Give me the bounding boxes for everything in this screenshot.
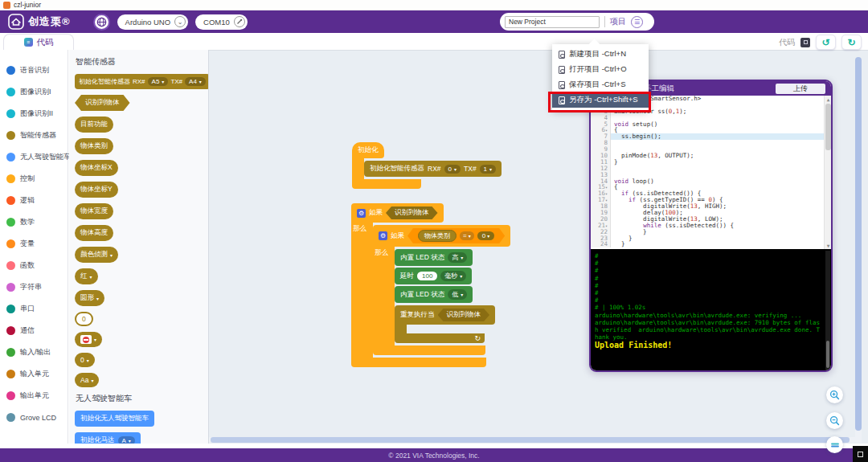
sidebar-item[interactable]: 变量 — [0, 233, 68, 255]
menu-item[interactable]: 新建项目 -Ctrl+N — [552, 47, 649, 62]
code-line[interactable]: 10 pinMode(13, OUTPUT); — [591, 153, 831, 159]
sidebar-item[interactable]: 输出单元 — [0, 385, 68, 407]
block-red-dropdown[interactable]: 红▾ — [75, 268, 98, 284]
project-menu-label: 项目 — [610, 16, 626, 27]
sidebar-item[interactable]: 图像识别I — [0, 81, 68, 103]
sidebar-item[interactable]: 串口 — [0, 298, 68, 320]
tab-code[interactable]: ≡ 代码 — [3, 34, 74, 50]
chevron-down-icon[interactable]: ⌄ — [174, 16, 186, 27]
board-select[interactable]: Arduino UNO ⌄ — [117, 14, 189, 30]
zoom-in-icon — [829, 390, 840, 400]
operator-dropdown[interactable]: = — [460, 231, 474, 240]
sidebar-item[interactable]: 逻辑 — [0, 190, 68, 211]
zoom-in-button[interactable] — [826, 386, 843, 403]
led-state-dropdown[interactable]: 低 — [448, 289, 467, 300]
code-line[interactable]: 12 — [591, 166, 831, 172]
code-line[interactable]: 11} — [591, 159, 831, 166]
block-image-dropdown[interactable]: ▾ — [75, 332, 102, 347]
block-init-motor[interactable]: 初始化马达A 速度0 方向0 — [75, 432, 141, 444]
language-globe-button[interactable] — [93, 14, 110, 31]
console-line: # — [595, 282, 823, 289]
category-label: 图像识别I — [20, 87, 51, 97]
gear-icon[interactable]: ⚙ — [357, 209, 366, 218]
block-object-y[interactable]: 物体坐标Y — [75, 182, 118, 198]
code-line[interactable]: 5void setup() — [591, 121, 831, 128]
motor-dropdown[interactable]: A — [118, 436, 135, 444]
code-line[interactable]: 14void loop() — [591, 178, 831, 185]
sidebar-item[interactable]: 控制 — [0, 168, 68, 190]
inner-if-block[interactable]: ⚙ 如果 物体类别 = 0 那么 内 — [373, 225, 510, 355]
code-panel-toggle[interactable] — [800, 38, 810, 47]
code-line[interactable]: 23 } — [591, 235, 831, 242]
sidebar-item[interactable]: 语音识别 — [0, 59, 68, 81]
object-class-reporter[interactable]: 物体类别 — [418, 230, 457, 242]
sidebar-item[interactable]: Grove LCD — [0, 407, 68, 428]
delay-input[interactable]: 100 — [417, 272, 437, 280]
sidebar-item[interactable]: 无人驾驶智能车 — [0, 146, 68, 168]
project-name-input[interactable] — [505, 16, 600, 28]
script-main[interactable]: ⚙ 如果 识别到物体 那么 ⚙ 如果 物体类别 = 0 — [351, 203, 510, 367]
rx-dropdown[interactable]: A5 — [148, 77, 169, 86]
gear-icon[interactable]: ⚙ — [379, 231, 387, 240]
sidebar-item[interactable]: 通信 — [0, 320, 68, 341]
code-scrollbar[interactable]: ▲▼ — [824, 96, 831, 249]
tx-dropdown[interactable]: 1 — [480, 165, 496, 174]
menu-item[interactable]: 另存为 -Ctrl+Shift+S — [552, 92, 649, 108]
sidebar-item[interactable]: 输入单元 — [0, 363, 68, 385]
block-object-x[interactable]: 物体坐标X — [75, 160, 118, 176]
connect-icon[interactable] — [234, 16, 245, 27]
block-id-dropdown[interactable]: 0▾ — [75, 353, 95, 367]
tx-dropdown[interactable]: A4 — [185, 77, 206, 86]
console-scrollbar[interactable] — [825, 251, 830, 370]
save-as-icon — [559, 96, 565, 104]
block-init-sensor[interactable]: 初始化智能传感器RX# A5 TX# A4 — [75, 74, 209, 89]
block-object-class[interactable]: 物体类别 — [75, 138, 113, 154]
zoom-out-button[interactable] — [826, 412, 843, 429]
brand-logo: 创造栗® — [8, 14, 71, 30]
block-number-input[interactable]: 0 — [75, 312, 93, 326]
led-state-dropdown[interactable]: 高 — [448, 252, 467, 263]
code-editor[interactable]: ▲▼ 1#include <SmartSensor.h>23SmartSenso… — [591, 96, 831, 249]
value-dropdown[interactable]: 0 — [477, 231, 494, 240]
menu-item[interactable]: 保存项目 -Ctrl+S — [552, 77, 649, 92]
rx-dropdown[interactable]: 0 — [444, 165, 461, 174]
code-line[interactable]: 24 } — [591, 241, 831, 247]
block-init-car[interactable]: 初始化无人驾驶智能车 — [75, 411, 154, 427]
sidebar-item[interactable]: 函数 — [0, 255, 68, 276]
script-init[interactable]: 初始化 初始化智能传感器RX# 0 TX# 1 — [352, 142, 502, 189]
sidebar-item[interactable]: 输入/输出 — [0, 341, 68, 363]
menu-item-label: 保存项目 -Ctrl+S — [569, 80, 625, 90]
sidebar-item[interactable]: 智能传感器 — [0, 125, 68, 146]
code-line[interactable]: 7 ss.begin(); — [591, 133, 831, 140]
block-object-width[interactable]: 物体宽度 — [75, 203, 113, 219]
condition-detected[interactable]: 识别到物体 — [386, 206, 438, 219]
block-init-sensor-canvas[interactable]: 初始化智能传感器RX# 0 TX# 1 — [364, 161, 502, 177]
block-led-low[interactable]: 内置 LED 状态 低 — [395, 286, 473, 303]
block-object-height[interactable]: 物体高度 — [75, 225, 113, 241]
vertical-scrollbar[interactable] — [855, 57, 862, 441]
sidebar-item[interactable]: 数学 — [0, 211, 68, 233]
undo-button[interactable]: ↺ — [816, 35, 836, 50]
condition-equals[interactable]: 物体类别 = 0 — [407, 228, 505, 243]
menu-item[interactable]: 打开项目 -Ctrl+O — [552, 62, 649, 77]
block-detected[interactable]: 识别到物体 — [75, 95, 130, 111]
port-select[interactable]: COM10 — [195, 14, 248, 30]
block-current-function[interactable]: 目前功能 — [75, 117, 113, 133]
code-line[interactable]: 8 — [591, 140, 831, 146]
condition-detected[interactable]: 识别到物体 — [438, 309, 490, 321]
block-delay[interactable]: 延时 100 毫秒 — [395, 268, 472, 284]
project-menu-button[interactable]: ☰ — [631, 16, 643, 28]
block-color-detect[interactable]: 颜色侦测▾ — [75, 247, 118, 263]
sidebar-item[interactable]: 字符串 — [0, 276, 68, 298]
center-view-button[interactable] — [826, 436, 843, 453]
block-text-dropdown[interactable]: Aa▾ — [75, 373, 99, 387]
horizontal-scrollbar[interactable] — [209, 437, 862, 443]
block-shape-dropdown[interactable]: 圆形▾ — [75, 290, 104, 306]
board-name: Arduino UNO — [125, 18, 171, 27]
upload-button[interactable]: 上传 — [776, 84, 825, 94]
redo-button[interactable]: ↻ — [841, 35, 862, 50]
unit-dropdown[interactable]: 毫秒 — [440, 271, 466, 281]
block-repeat-until[interactable]: 重复执行当 识别到物体 ↻ — [395, 305, 495, 343]
sidebar-item[interactable]: 图像识别II — [0, 103, 68, 125]
block-led-high[interactable]: 内置 LED 状态 高 — [395, 249, 473, 266]
